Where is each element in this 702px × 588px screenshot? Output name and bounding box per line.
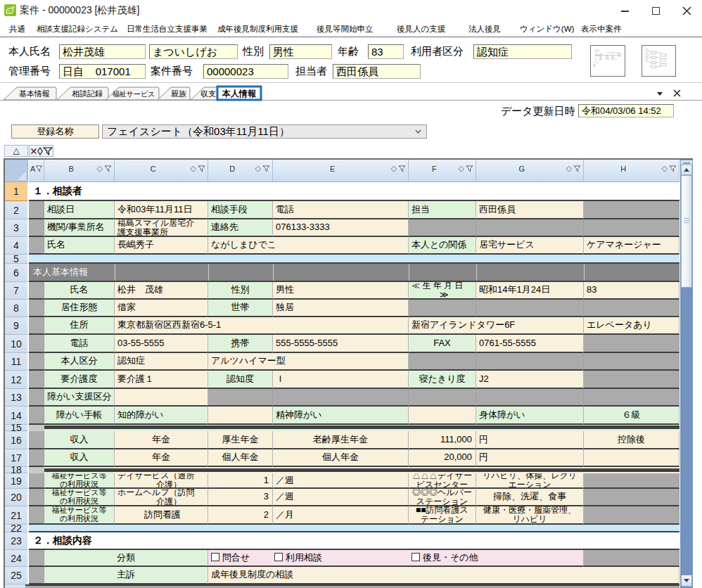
svg-text:収支: 収支 (200, 89, 216, 98)
svg-text:基本情報: 基本情報 (19, 89, 50, 98)
svg-text:相談記録: 相談記録 (72, 89, 103, 98)
svg-text:福祉サービス: 福祉サービス (113, 90, 155, 98)
svg-text:本人情報: 本人情報 (222, 89, 257, 98)
svg-text:親族: 親族 (171, 89, 186, 98)
